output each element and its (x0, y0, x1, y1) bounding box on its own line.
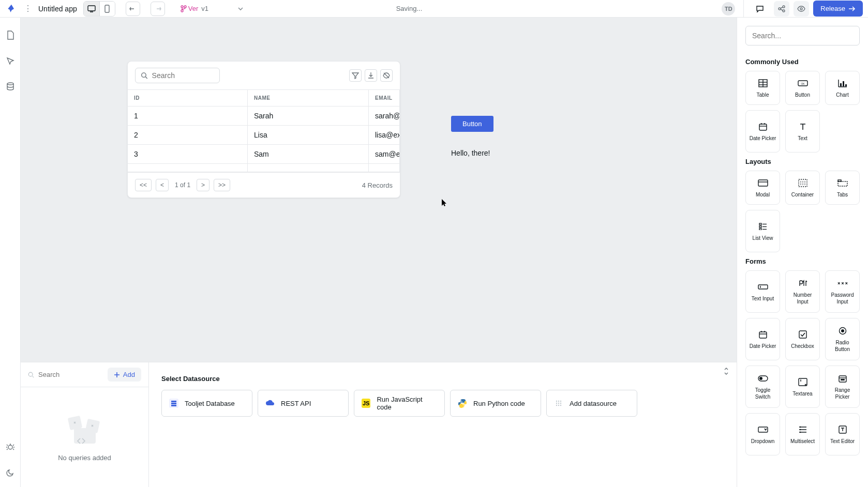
page-last-button[interactable]: >> (214, 179, 230, 191)
svg-rect-63 (759, 226, 761, 227)
component-date-picker[interactable]: Date Picker (745, 110, 780, 153)
svg-point-52 (804, 181, 805, 182)
share-button[interactable] (774, 1, 789, 17)
datasource-rest-api[interactable]: REST API (258, 390, 349, 417)
component-range-picker[interactable]: Range Picker (825, 366, 860, 408)
svg-text:OK: OK (801, 82, 805, 85)
comments-button[interactable] (752, 1, 768, 17)
datasource-tooljet-db[interactable]: Tooljet Database (161, 390, 252, 417)
modal-icon (758, 178, 768, 188)
svg-rect-73 (799, 331, 806, 338)
canvas-button-widget[interactable]: Button (451, 116, 493, 132)
table-header: ID NAME EMAIL (128, 89, 400, 106)
svg-rect-67 (758, 285, 768, 289)
component-multiselect[interactable]: Multiselect (785, 413, 820, 455)
datasource-javascript[interactable]: JS Run JavaScript code (354, 390, 445, 417)
nav-inspect-icon[interactable] (3, 54, 18, 68)
redo-button[interactable] (151, 2, 165, 16)
svg-rect-22 (171, 405, 176, 406)
table-search[interactable] (135, 68, 220, 83)
radio-icon (837, 326, 848, 336)
column-header-name[interactable]: NAME (248, 90, 369, 106)
column-header-id[interactable]: ID (128, 90, 248, 106)
component-toggle-switch[interactable]: Toggle Switch (745, 366, 780, 408)
record-count: 4 Records (362, 181, 393, 189)
svg-point-32 (558, 405, 559, 406)
undo-button[interactable] (126, 2, 140, 16)
range-picker-icon (837, 373, 848, 384)
collapse-panel-button[interactable] (723, 368, 729, 375)
tabs-icon (837, 178, 848, 188)
chart-icon (837, 78, 848, 88)
table-row[interactable] (128, 164, 400, 172)
filter-button[interactable] (349, 69, 362, 82)
page-info: 1 of 1 (173, 181, 192, 189)
component-text[interactable]: Text (785, 110, 820, 153)
component-text-editor[interactable]: Text Editor (825, 413, 860, 455)
datasource-add[interactable]: Add datasource (546, 390, 637, 417)
component-dropdown[interactable]: Dropdown (745, 413, 780, 455)
hide-columns-button[interactable] (380, 69, 393, 82)
svg-rect-60 (838, 180, 841, 181)
component-tabs[interactable]: Tabs (825, 171, 860, 205)
search-icon (141, 71, 148, 80)
table-row[interactable]: 3 Sam sam@ex (128, 145, 400, 164)
table-search-input[interactable] (152, 71, 214, 80)
preview-button[interactable] (794, 1, 809, 17)
query-search-input[interactable] (38, 371, 102, 378)
component-chart[interactable]: Chart (825, 71, 860, 105)
query-search[interactable] (28, 371, 102, 378)
component-button[interactable]: OKButton (785, 71, 820, 105)
list-view-icon (758, 221, 768, 232)
component-textarea[interactable]: Textarea (785, 366, 820, 408)
column-header-email[interactable]: EMAIL (369, 90, 400, 106)
download-button[interactable] (365, 69, 377, 82)
nav-page-icon[interactable] (3, 28, 18, 42)
svg-point-31 (556, 405, 557, 406)
component-table[interactable]: Table (745, 71, 780, 105)
canvas-text-widget[interactable]: Hello, there! (451, 149, 490, 157)
svg-line-13 (145, 77, 147, 79)
component-password-input[interactable]: Password Input (825, 270, 860, 313)
app-logo[interactable] (5, 3, 18, 15)
svg-point-9 (800, 8, 802, 10)
svg-point-51 (802, 181, 803, 182)
component-checkbox[interactable]: Checkbox (785, 318, 820, 360)
nav-debug-icon[interactable] (3, 439, 18, 454)
app-title[interactable]: Untitled app (38, 5, 77, 13)
component-modal[interactable]: Modal (745, 171, 780, 205)
table-row[interactable]: 2 Lisa lisa@ex (128, 126, 400, 145)
page-prev-button[interactable]: < (156, 179, 169, 191)
component-container[interactable]: Container (785, 171, 820, 205)
nav-datasource-icon[interactable] (3, 80, 18, 94)
add-icon (554, 399, 563, 408)
password-icon (837, 278, 848, 288)
page-first-button[interactable]: << (135, 179, 152, 191)
nav-theme-icon[interactable] (3, 465, 18, 480)
button-icon: OK (798, 78, 808, 88)
search-icon (28, 371, 34, 378)
svg-point-88 (799, 429, 801, 430)
app-menu-icon[interactable]: ⋮ (24, 4, 32, 13)
component-text-input[interactable]: Text Input (745, 270, 780, 313)
svg-point-58 (804, 184, 805, 185)
component-number-input[interactable]: Number Input (785, 270, 820, 313)
svg-rect-59 (838, 181, 847, 186)
release-button[interactable]: Release (813, 1, 863, 17)
datasource-python[interactable]: Run Python code (450, 390, 541, 417)
table-row[interactable]: 1 Sarah sarah@e (128, 106, 400, 126)
svg-line-15 (33, 376, 34, 377)
component-radio[interactable]: Radio Button (825, 318, 860, 360)
mobile-view-button[interactable] (99, 2, 115, 16)
table-widget[interactable]: ID NAME EMAIL 1 Sarah sarah@e 2 (127, 61, 400, 198)
desktop-view-button[interactable] (84, 2, 99, 16)
page-next-button[interactable]: > (197, 179, 209, 191)
add-query-button[interactable]: Add (108, 368, 141, 382)
user-avatar[interactable]: TD (722, 2, 735, 16)
canvas[interactable]: ID NAME EMAIL 1 Sarah sarah@e 2 (21, 18, 737, 362)
component-list-view[interactable]: List View (745, 210, 780, 252)
version-selector[interactable]: Ver v1 (175, 3, 249, 14)
component-date-picker-form[interactable]: Date Picker (745, 318, 780, 360)
component-search-input[interactable] (745, 26, 860, 45)
svg-point-10 (7, 83, 13, 85)
